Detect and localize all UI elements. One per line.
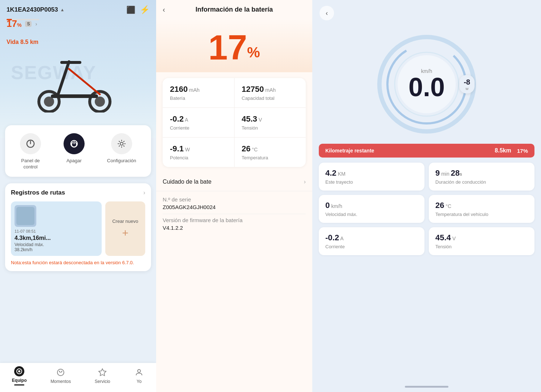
routes-header: Registros de rutas ›	[11, 189, 145, 196]
capacidad-label: Capacidad total	[242, 95, 299, 101]
back-button-3[interactable]: ‹	[320, 6, 334, 20]
svg-point-17	[138, 369, 141, 372]
route-distance: 4.3km,16mi...	[15, 235, 98, 241]
panel2-header: ‹ Información de la batería	[156, 0, 312, 19]
big-battery-value: 17	[208, 28, 247, 67]
battery-stats-card: 2160 mAh Batería 12750 mAh Capacidad tot…	[163, 78, 306, 167]
stat-corriente: -0.2 A Corriente	[163, 108, 235, 137]
firmware-label: Versión de firmware de la batería	[163, 217, 306, 223]
controls-card: Panel decontrol Apagar Configuración	[5, 125, 151, 177]
km-bar: Kilometraje restante 8.5km 17%	[319, 144, 534, 158]
nav-equipo-label: Equipo	[12, 378, 27, 383]
firmware-value: V4.1.2.2	[163, 225, 306, 231]
trayecto-value: 4.2 KM	[325, 168, 418, 178]
nav-yo[interactable]: Yo	[134, 367, 144, 384]
temperatura-value: 26 °C	[242, 144, 299, 154]
corriente-value: -0.2 A	[170, 114, 227, 124]
serial-block: N.º de serie Z005AGK24GJH0024 Versión de…	[156, 191, 312, 237]
route-map-image	[16, 207, 34, 225]
speed-value: 0.0	[408, 74, 445, 100]
nav-servicio-label: Servicio	[95, 379, 110, 384]
stat-card-duracion: 9 min 28s Duración de conducción	[429, 163, 534, 191]
svg-point-1	[95, 97, 105, 107]
scooter-image	[33, 40, 116, 114]
svg-point-3	[44, 97, 54, 107]
equipo-icon	[14, 366, 24, 376]
stat-card-temp: 26 °C Temperatura del vehículo	[429, 195, 534, 223]
tension3-value: 45.4 V	[435, 233, 528, 242]
power-value: -8	[464, 78, 470, 86]
battery-care-section[interactable]: Cuidado de la bate ›	[156, 173, 312, 191]
panel1-header: 1K1EA2430P0053 ▲ ⬛ ⚡	[0, 0, 156, 17]
battery-badge: S	[25, 21, 32, 27]
panel2-title: Información de la batería	[195, 6, 273, 13]
create-route-btn[interactable]: Crear nuevo +	[105, 201, 145, 256]
speedometer: km/h 0.0 -8 w	[372, 30, 481, 139]
configuracion-label: Configuración	[107, 158, 136, 164]
routes-arrow-icon[interactable]: ›	[143, 189, 145, 196]
svg-point-16	[61, 371, 62, 372]
panel-control-item[interactable]: Panel decontrol	[20, 133, 41, 170]
stat-bateria: 2160 mAh Batería	[163, 78, 235, 107]
stat-tension: 45.3 V Tensión	[235, 108, 306, 137]
stat-potencia: -9.1 W Potencia	[163, 138, 235, 167]
svg-line-5	[58, 62, 69, 94]
km-value: 8.5km	[495, 147, 511, 154]
route-date: 11-07 08:51	[15, 229, 98, 233]
nav-equipo[interactable]: Equipo	[12, 366, 27, 385]
temperatura-label: Temperatura	[242, 155, 299, 160]
panel3-header: ‹	[312, 0, 541, 26]
stat-capacidad: 12750 mAh Capacidad total	[235, 78, 306, 107]
stat-card-trayecto: 4.2 KM Este trayecto	[319, 163, 424, 191]
apagar-btn[interactable]	[64, 133, 85, 154]
route-item[interactable]: 11-07 08:51 4.3km,16mi... Velocidad máx.…	[11, 201, 102, 256]
stats-grid: 4.2 KM Este trayecto 9 min 28s Duración …	[319, 163, 534, 255]
apagar-label: Apagar	[66, 158, 82, 164]
tension3-label: Tensión	[435, 244, 528, 249]
header-icons: ⬛ ⚡	[126, 5, 150, 15]
battery-bar-fill	[7, 19, 12, 20]
route-note: Nota:esta función estará desconectada en…	[11, 260, 145, 266]
corriente-label: Corriente	[170, 125, 227, 131]
create-plus-icon: +	[122, 227, 129, 239]
km-pct: 17%	[517, 148, 528, 154]
panel-control-label: Panel decontrol	[21, 158, 40, 170]
potencia-value: -9.1 W	[170, 144, 227, 154]
route-speed: Velocidad máx.38.2km/h	[15, 242, 98, 252]
momentos-icon	[56, 367, 66, 377]
stat-card-tension3: 45.4 V Tensión	[429, 227, 534, 255]
back-button[interactable]: ‹	[163, 5, 165, 14]
duracion-value: 9 min 28s	[435, 168, 528, 178]
svg-point-11	[120, 142, 123, 145]
svg-point-15	[59, 371, 60, 372]
trayecto-label: Este trayecto	[325, 179, 418, 185]
screen-icon[interactable]: ⬛	[126, 5, 135, 14]
nav-yo-label: Yo	[137, 379, 142, 384]
configuracion-item[interactable]: Configuración	[107, 133, 136, 164]
apagar-item[interactable]: Apagar	[64, 133, 85, 164]
nav-momentos-label: Momentos	[50, 379, 71, 384]
tension-value: 45.3 V	[242, 114, 299, 124]
bottom-nav: Equipo Momentos Servicio	[0, 363, 156, 392]
nav-servicio[interactable]: Servicio	[95, 367, 110, 384]
bluetooth-icon: ⚡	[140, 5, 150, 15]
nav-momentos[interactable]: Momentos	[50, 367, 71, 384]
panel-battery-info: ‹ Información de la batería 17% 2160 mAh…	[156, 0, 312, 392]
yo-icon	[134, 367, 144, 377]
tension-label: Tensión	[242, 125, 299, 131]
stat-card-velocidad: 0 km/h Velocidad máx.	[319, 195, 424, 223]
triangle-icon: ▲	[60, 7, 65, 12]
route-map-thumbnail	[15, 205, 36, 227]
speedometer-wrap: km/h 0.0 -8 w	[312, 26, 541, 139]
battery-display: 17%	[156, 19, 312, 72]
speed-display: km/h 0.0	[408, 68, 445, 100]
stat-row-2: -0.2 A Corriente 45.3 V Tensión	[163, 108, 306, 138]
bottom-indicator	[405, 386, 448, 388]
corriente3-value: -0.2 A	[325, 233, 418, 242]
panel-ride-stats: ‹ km/h 0.0 -8 w Kilometra	[312, 0, 541, 392]
panel-control-btn[interactable]	[20, 133, 41, 154]
temp-value: 26 °C	[435, 201, 528, 210]
configuracion-btn[interactable]	[111, 133, 132, 154]
stat-row-3: -9.1 W Potencia 26 °C Temperatura	[163, 138, 306, 167]
capacidad-value: 12750 mAh	[242, 85, 299, 94]
